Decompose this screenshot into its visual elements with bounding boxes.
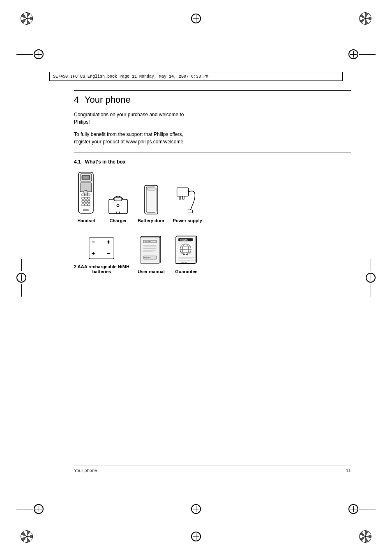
charger-svg: [107, 187, 129, 216]
svg-text:SE745: SE745: [145, 240, 151, 243]
h-line-right-top: [359, 54, 376, 55]
svg-rect-24: [114, 198, 122, 201]
bottom-left-crosshair-group: [16, 504, 44, 514]
item-handset: Handset: [74, 170, 99, 223]
top-center-circle: [191, 14, 201, 23]
svg-rect-32: [179, 196, 181, 199]
battery-door-image: [141, 183, 161, 216]
svg-rect-14: [85, 200, 87, 203]
svg-rect-31: [177, 188, 189, 196]
section-title-text: Your phone: [85, 94, 131, 105]
top-left-reg: [34, 49, 44, 59]
item-power-supply: Power supply: [173, 183, 202, 223]
bottom-right-reg: [348, 504, 358, 514]
mid-left-reg: [16, 259, 26, 297]
v-line-right-bottom: [371, 284, 371, 297]
svg-rect-29: [146, 187, 156, 212]
bottom-left-reg: [34, 504, 44, 514]
item-battery-door: Battery door: [138, 183, 164, 223]
top-center-reg: [191, 14, 201, 23]
v-line-left-bottom: [21, 284, 22, 297]
power-supply-svg: [175, 183, 200, 216]
intro-paragraph1: Congratulations on your purchase and wel…: [74, 111, 197, 126]
h-line-left-bottom: [16, 509, 33, 509]
mid-left-circle: [16, 273, 26, 283]
guarantee-svg: PHILIPS PHILIPS: [173, 234, 200, 267]
bottom-center-reg: [191, 504, 201, 514]
top-left-circle: [21, 12, 33, 25]
power-supply-image: [175, 183, 200, 216]
bottom-right-crosshair-group: [348, 504, 376, 514]
svg-rect-9: [88, 194, 90, 196]
file-info-text: SE7450_IFU_US_English.book Page 11 Monda…: [53, 74, 208, 79]
svg-rect-33: [183, 196, 184, 199]
svg-text:PHILIPS: PHILIPS: [181, 263, 187, 264]
handset-image: [74, 170, 99, 216]
bottom-center-circle: [191, 504, 201, 514]
svg-rect-15: [88, 200, 90, 203]
items-row-1: Handset: [74, 170, 351, 223]
user-manual-image: SE745 PHILIPS: [138, 234, 164, 267]
svg-rect-18: [88, 204, 90, 206]
svg-point-27: [117, 204, 119, 207]
item-guarantee: PHILIPS PHILIPS: [173, 234, 200, 274]
svg-rect-12: [88, 197, 90, 199]
charger-image: [107, 187, 129, 216]
item-batteries: 2 AAA rechargeable NiMH batteries: [74, 233, 129, 274]
items-row-2: 2 AAA rechargeable NiMH batteries: [74, 233, 351, 274]
mid-right-circle: [366, 273, 376, 283]
section-number: 4: [74, 94, 79, 105]
top-left-crosshair-group: [16, 49, 44, 59]
subsection-title: 4.1 What's in the box: [74, 159, 351, 165]
top-reg-row: [0, 49, 392, 59]
svg-rect-10: [82, 197, 84, 199]
item-user-manual: SE745 PHILIPS User manual: [138, 234, 165, 274]
battery-door-label: Battery door: [138, 218, 164, 223]
subsection-title-text: What's in the box: [85, 159, 126, 165]
guarantee-label: Guarantee: [175, 269, 197, 274]
mid-right-reg: [366, 259, 376, 297]
svg-rect-13: [82, 200, 84, 203]
svg-rect-16: [82, 204, 84, 206]
batteries-image: [87, 233, 116, 262]
top-left-reg-group: [21, 12, 33, 25]
power-supply-label: Power supply: [173, 218, 202, 223]
section-header: 4 Your phone: [74, 90, 351, 105]
svg-rect-34: [188, 210, 193, 213]
bottom-center-small-reg: [191, 532, 201, 541]
handset-label: Handset: [77, 218, 95, 223]
top-right-reg-group: [359, 12, 371, 25]
svg-point-19: [84, 190, 88, 194]
svg-rect-35: [89, 238, 114, 259]
corner-marks-bottom: [0, 530, 392, 543]
bottom-left-circle: [21, 530, 33, 543]
file-info-bar: SE7450_IFU_US_English.book Page 11 Monda…: [49, 72, 343, 81]
handset-svg: [74, 171, 98, 216]
top-right-circle: [359, 12, 371, 25]
battery-door-svg: [141, 184, 161, 216]
subsection-number: 4.1: [74, 159, 81, 165]
divider: [74, 152, 351, 152]
corner-marks-top: [0, 12, 392, 25]
charger-label: Charger: [109, 218, 127, 223]
footer-left: Your phone: [74, 468, 97, 473]
svg-rect-11: [85, 197, 87, 199]
guarantee-image: PHILIPS PHILIPS: [173, 234, 200, 267]
main-content: 4 Your phone Congratulations on your pur…: [74, 90, 351, 473]
batteries-svg: [87, 235, 116, 262]
svg-rect-17: [85, 204, 87, 206]
top-right-crosshair-group: [348, 49, 376, 59]
user-manual-svg: SE745 PHILIPS: [138, 235, 164, 267]
footer-right: 11: [346, 468, 351, 473]
bottom-reg-row: [0, 504, 392, 514]
svg-rect-7: [82, 194, 84, 196]
page-footer: Your phone 11: [74, 465, 351, 473]
h-line-right-bottom: [359, 509, 376, 509]
user-manual-label: User manual: [138, 269, 165, 274]
section-title: 4 Your phone: [74, 94, 351, 105]
svg-text:PHILIPS: PHILIPS: [180, 239, 188, 241]
batteries-label: 2 AAA rechargeable NiMH batteries: [74, 264, 129, 274]
svg-text:PHILIPS: PHILIPS: [144, 257, 151, 259]
v-line-right: [371, 259, 371, 271]
item-charger: Charger: [107, 187, 129, 223]
